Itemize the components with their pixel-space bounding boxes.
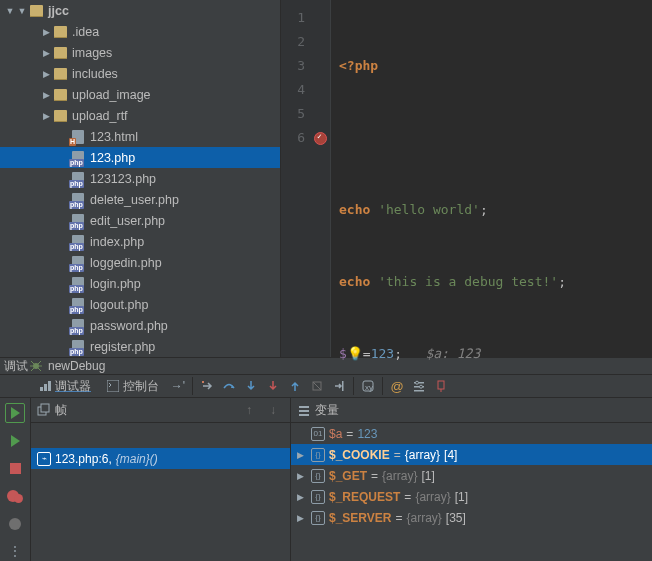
variable-row[interactable]: ▶{}$_REQUEST = {array} [1] xyxy=(291,486,652,507)
tree-item[interactable]: ▶upload_image xyxy=(0,84,280,105)
stack-frame[interactable]: ⌁ 123.php:6, {main}() xyxy=(31,448,290,469)
chevron-right-icon[interactable]: ▶ xyxy=(40,48,52,58)
project-tree[interactable]: ▼ ▼ jjcc ▶.idea▶images▶includes▶upload_i… xyxy=(0,0,281,357)
force-step-into-button[interactable] xyxy=(262,375,284,397)
tree-item[interactable]: ▶phppassword.php xyxy=(0,315,280,336)
chevron-right-icon[interactable]: ▶ xyxy=(40,111,52,121)
frames-title: 帧 xyxy=(55,402,67,419)
frames-icon xyxy=(37,403,51,417)
more-icon[interactable]: ⋮ xyxy=(5,541,25,561)
breakpoint-gutter[interactable] xyxy=(311,0,331,357)
run-to-cursor-button[interactable] xyxy=(328,375,350,397)
tree-root[interactable]: ▼ ▼ jjcc xyxy=(0,0,280,21)
tree-item-label: index.php xyxy=(90,235,144,249)
frame-location: 123.php:6, xyxy=(55,452,112,466)
tree-item[interactable]: ▶upload_rtf xyxy=(0,105,280,126)
php-file-icon: php xyxy=(70,276,86,292)
svg-rect-1 xyxy=(40,387,43,391)
drop-frame-button[interactable] xyxy=(306,375,328,397)
php-file-icon: php xyxy=(70,192,86,208)
frame-down-button[interactable]: ↓ xyxy=(262,399,284,421)
array-icon: {} xyxy=(311,448,325,462)
variable-row[interactable]: ▶{}$_GET = {array} [1] xyxy=(291,465,652,486)
tab-console[interactable]: 控制台 xyxy=(99,375,167,398)
step-into-button[interactable] xyxy=(240,375,262,397)
tree-item-label: loggedin.php xyxy=(90,256,162,270)
chevron-right-icon[interactable]: ▶ xyxy=(40,27,52,37)
tree-item-label: 123.html xyxy=(90,130,138,144)
chevron-right-icon[interactable]: ▶ xyxy=(297,471,307,481)
tab-debugger-label: 调试器 xyxy=(55,378,91,395)
resume-button[interactable] xyxy=(5,431,25,451)
view-breakpoints-button[interactable] xyxy=(5,486,25,506)
chevron-down-icon[interactable]: ▼ xyxy=(4,6,16,16)
tree-item[interactable]: ▶phploggedin.php xyxy=(0,252,280,273)
variables-panel[interactable]: 变量 01 $a = 123 ▶{}$_COOKIE = {array} [4]… xyxy=(291,398,652,561)
show-exec-point-button[interactable] xyxy=(196,375,218,397)
chevron-right-icon[interactable]: ▶ xyxy=(297,492,307,502)
folder-icon xyxy=(52,87,68,103)
tree-item[interactable]: ▶H123.html xyxy=(0,126,280,147)
chevron-right-icon[interactable]: ▶ xyxy=(297,450,307,460)
html-file-icon: H xyxy=(70,129,86,145)
tree-item[interactable]: ▶phpregister.php xyxy=(0,336,280,357)
folder-icon xyxy=(52,24,68,40)
svg-point-13 xyxy=(416,381,419,384)
at-icon[interactable]: @ xyxy=(386,375,408,397)
tree-root-label: jjcc xyxy=(48,4,69,18)
evaluate-expression-button[interactable]: xy xyxy=(357,375,379,397)
tree-item-label: logout.php xyxy=(90,298,148,312)
variable-row[interactable]: 01 $a = 123 xyxy=(291,423,652,444)
tree-item[interactable]: ▶.idea xyxy=(0,21,280,42)
svg-rect-4 xyxy=(107,380,119,392)
tree-item[interactable]: ▶phpedit_user.php xyxy=(0,210,280,231)
tab-debugger[interactable]: 调试器 xyxy=(31,375,99,398)
php-file-icon: php xyxy=(70,318,86,334)
debug-config-name: newDebug xyxy=(48,359,105,373)
code-area[interactable]: <?php echo 'hello world'; echo 'this is … xyxy=(331,0,652,357)
frames-panel[interactable]: 帧 ↑ ↓ ⌁ 123.php:6, {main}() xyxy=(31,398,291,561)
primitive-icon: 01 xyxy=(311,427,325,441)
svg-rect-20 xyxy=(299,414,309,416)
tree-item-label: edit_user.php xyxy=(90,214,165,228)
tree-item[interactable]: ▶phplogin.php xyxy=(0,273,280,294)
settings-icon[interactable] xyxy=(408,375,430,397)
tree-item[interactable]: ▶phpdelete_user.php xyxy=(0,189,280,210)
console-arrow-icon[interactable]: →' xyxy=(167,375,189,397)
tree-item-label: login.php xyxy=(90,277,141,291)
debugger-icon xyxy=(39,380,51,392)
step-over-button[interactable] xyxy=(218,375,240,397)
folder-icon xyxy=(52,45,68,61)
tree-item[interactable]: ▶phplogout.php xyxy=(0,294,280,315)
php-file-icon: php xyxy=(70,150,86,166)
folder-icon xyxy=(28,3,44,19)
array-icon: {} xyxy=(311,469,325,483)
tree-item[interactable]: ▶includes xyxy=(0,63,280,84)
chevron-down-icon[interactable]: ▼ xyxy=(16,6,28,16)
chevron-right-icon[interactable]: ▶ xyxy=(40,90,52,100)
debug-title: 调试 xyxy=(4,358,28,375)
tree-item[interactable]: ▶phpindex.php xyxy=(0,231,280,252)
console-icon xyxy=(107,380,119,392)
php-file-icon: php xyxy=(70,339,86,355)
tree-item[interactable]: ▶images xyxy=(0,42,280,63)
svg-point-14 xyxy=(420,385,423,388)
tree-item[interactable]: ▶php123123.php xyxy=(0,168,280,189)
stop-button[interactable] xyxy=(5,458,25,478)
intention-bulb-icon[interactable]: 💡 xyxy=(347,346,363,361)
step-out-button[interactable] xyxy=(284,375,306,397)
tree-item[interactable]: ▶php123.php xyxy=(0,147,280,168)
variable-row[interactable]: ▶{}$_COOKIE = {array} [4] xyxy=(291,444,652,465)
rerun-button[interactable] xyxy=(5,403,25,423)
chevron-right-icon[interactable]: ▶ xyxy=(40,69,52,79)
mute-breakpoints-button[interactable] xyxy=(5,514,25,534)
breakpoint-hit-icon[interactable] xyxy=(314,132,327,145)
svg-text:xy: xy xyxy=(365,383,373,392)
variable-row[interactable]: ▶{}$_SERVER = {array} [35] xyxy=(291,507,652,528)
chevron-right-icon[interactable]: ▶ xyxy=(297,513,307,523)
code-editor[interactable]: 1 2 3 4 5 6 <?php echo 'hello world'; ec… xyxy=(281,0,652,357)
pin-tab-button[interactable] xyxy=(430,375,452,397)
debug-run-controls[interactable]: ⋮ xyxy=(0,398,31,561)
tree-item-label: 123123.php xyxy=(90,172,156,186)
frame-up-button[interactable]: ↑ xyxy=(238,399,260,421)
